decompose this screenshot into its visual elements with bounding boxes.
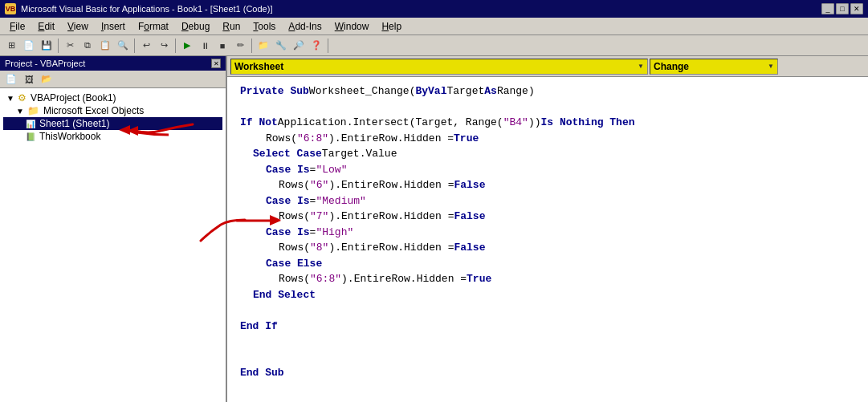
code-line-blank-4 (240, 350, 855, 366)
toolbar-vb-icon: ⊞ (3, 38, 19, 54)
project-panel-close[interactable]: ✕ (211, 59, 221, 68)
workbook-icon: 📗 (26, 132, 35, 141)
toolbar-reset[interactable]: ■ (214, 38, 230, 54)
tree-item-sheet1-label: Sheet1 (Sheet1) (39, 118, 109, 129)
procedure-dropdown-value: Change (654, 61, 689, 72)
title-bar: VB Microsoft Visual Basic for Applicatio… (0, 0, 868, 18)
toolbar-redo[interactable]: ↪ (156, 38, 172, 54)
toolbar-properties[interactable]: 🔧 (273, 38, 289, 54)
app-icon: VB (5, 3, 16, 14)
code-line-1: Private Sub Worksheet_Change( ByVal Targ… (240, 83, 855, 99)
tree-item-thisworkbook[interactable]: 📗 ThisWorkbook (3, 130, 222, 143)
project-panel-title: Project - VBAProject (5, 59, 85, 68)
code-line-select-case: Select Case Target.Value (240, 146, 855, 162)
code-editor-panel: Worksheet ▼ Change ▼ Private Sub Workshe… (227, 56, 868, 402)
code-line-case-high: Case Is = "High" (240, 225, 855, 241)
tree-item-thisworkbook-label: ThisWorkbook (39, 131, 100, 142)
project-panel: Project - VBAProject ✕ 📄 🖼 📂 ▼ ⚙ VBAProj… (0, 56, 227, 402)
code-line-rows-8: Rows( "8" ).EntireRow.Hidden = False (240, 240, 855, 256)
view-code-btn[interactable]: 📄 (3, 71, 19, 87)
code-toolbar: Worksheet ▼ Change ▼ (227, 56, 868, 77)
toolbar-sep-5 (328, 39, 328, 53)
toolbar-find[interactable]: 🔍 (115, 38, 131, 54)
code-line-case-medium: Case Is = "Medium" (240, 193, 855, 209)
toolbar-objectbrowser[interactable]: 🔎 (291, 38, 307, 54)
close-button[interactable]: ✕ (850, 3, 863, 14)
menu-format[interactable]: Format (132, 19, 175, 34)
main-toolbar: ⊞ 📄 💾 ✂ ⧉ 📋 🔍 ↩ ↪ ▶ ⏸ ■ ✏ 📁 🔧 🔎 ❓ (0, 35, 868, 56)
toggle-folders-btn[interactable]: 📂 (39, 71, 55, 87)
object-dropdown-value: Worksheet (234, 61, 283, 72)
folder-icon: 📁 (27, 105, 39, 116)
tree-item-sheet1[interactable]: 📊 Sheet1 (Sheet1) (3, 117, 222, 130)
toolbar-copy[interactable]: ⧉ (79, 38, 96, 54)
menu-insert[interactable]: Insert (95, 19, 132, 34)
project-panel-toolbar: 📄 🖼 📂 (0, 71, 226, 88)
code-line-blank-1 (240, 99, 855, 116)
object-dropdown-arrow: ▼ (638, 63, 644, 70)
toolbar-sep-3 (175, 39, 176, 53)
code-line-rows-hide2: Rows( "6:8" ).EntireRow.Hidden = True (240, 271, 855, 287)
menu-view[interactable]: View (61, 19, 95, 34)
code-line-rows-6: Rows( "6" ).EntireRow.Hidden = False (240, 177, 855, 193)
code-line-end-if: End If (240, 319, 855, 335)
toolbar-cut[interactable]: ✂ (62, 38, 78, 54)
project-panel-titlebar: Project - VBAProject ✕ (0, 56, 226, 71)
vbproject-icon: ⚙ (18, 92, 26, 104)
code-line-if: If Not Application.Intersect(Target, Ran… (240, 115, 855, 131)
menu-addins[interactable]: Add-Ins (282, 19, 328, 34)
menu-help[interactable]: Help (375, 19, 408, 34)
object-dropdown[interactable]: Worksheet ▼ (230, 59, 648, 75)
toolbar-break[interactable]: ⏸ (197, 38, 213, 54)
window-controls: _ □ ✕ (821, 3, 863, 14)
code-line-end-select: End Select (240, 287, 855, 303)
minimize-button[interactable]: _ (821, 3, 834, 14)
tree-root-label: VBAProject (Book1) (31, 92, 116, 104)
procedure-dropdown[interactable]: Change ▼ (650, 59, 778, 75)
restore-button[interactable]: □ (836, 3, 849, 14)
sheet1-icon: 📊 (26, 120, 35, 128)
toolbar-undo[interactable]: ↩ (138, 38, 154, 54)
code-line-rows-7: Rows( "7" ).EntireRow.Hidden = False (240, 209, 855, 225)
tree-root[interactable]: ▼ ⚙ VBAProject (Book1) (3, 91, 222, 104)
toolbar-design[interactable]: ✏ (232, 38, 248, 54)
expand-root: ▼ (6, 94, 14, 103)
menu-file[interactable]: File (3, 19, 31, 34)
menu-run[interactable]: Run (216, 19, 247, 34)
view-object-btn[interactable]: 🖼 (21, 71, 37, 87)
toolbar-run[interactable]: ▶ (179, 38, 195, 54)
toolbar-help[interactable]: ❓ (308, 38, 324, 54)
code-line-blank-2 (240, 303, 855, 319)
expand-folder: ▼ (16, 107, 24, 116)
project-tree: ▼ ⚙ VBAProject (Book1) ▼ 📁 Microsoft Exc… (0, 88, 226, 402)
code-line-end-sub: End Sub (240, 365, 855, 381)
menu-bar: File Edit View Insert Format Debug Run T… (0, 18, 868, 35)
title-text: Microsoft Visual Basic for Applications … (21, 4, 817, 14)
toolbar-new[interactable]: 📄 (21, 38, 37, 54)
toolbar-save[interactable]: 💾 (39, 38, 55, 54)
toolbar-sep-4 (251, 39, 252, 53)
code-line-rows-hide: Rows( "6:8" ).EntireRow.Hidden = True (240, 131, 855, 147)
tree-folder[interactable]: ▼ 📁 Microsoft Excel Objects (3, 104, 222, 117)
menu-edit[interactable]: Edit (31, 19, 61, 34)
toolbar-paste[interactable]: 📋 (97, 38, 113, 54)
procedure-dropdown-arrow: ▼ (768, 63, 774, 70)
menu-tools[interactable]: Tools (247, 19, 282, 34)
menu-debug[interactable]: Debug (175, 19, 216, 34)
toolbar-projectexplorer[interactable]: 📁 (255, 38, 271, 54)
code-line-blank-3 (240, 334, 855, 350)
code-line-case-else: Case Else (240, 256, 855, 272)
tree-folder-label: Microsoft Excel Objects (43, 105, 144, 116)
toolbar-sep-2 (134, 39, 135, 53)
toolbar-sep-1 (58, 39, 59, 53)
main-area: Project - VBAProject ✕ 📄 🖼 📂 ▼ ⚙ VBAProj… (0, 56, 868, 402)
code-line-case-low: Case Is = "Low" (240, 162, 855, 178)
code-editor[interactable]: Private Sub Worksheet_Change( ByVal Targ… (227, 77, 868, 402)
menu-window[interactable]: Window (328, 19, 376, 34)
